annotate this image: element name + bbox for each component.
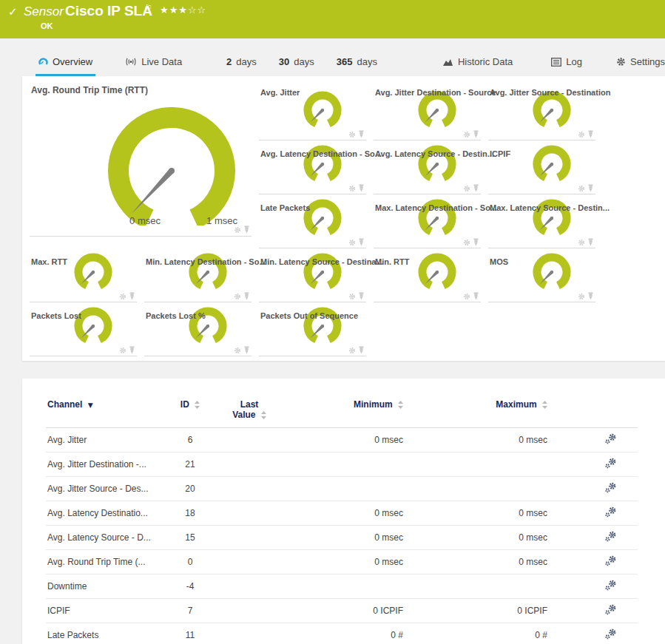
table-row[interactable]: Avg. Latency Source - D... 15 0 msec 0 m… bbox=[46, 526, 638, 550]
channel-last-value-cell bbox=[216, 599, 283, 623]
pin-icon[interactable] bbox=[358, 238, 365, 246]
gauge-settings-gear-icon[interactable] bbox=[578, 293, 585, 300]
pin-icon[interactable] bbox=[587, 130, 594, 138]
pin-icon[interactable] bbox=[129, 346, 135, 354]
gauge-settings-gear-icon[interactable] bbox=[463, 293, 470, 300]
tab-30-days[interactable]: 30 days bbox=[276, 50, 317, 76]
gauge-avg-latency-source-dest[interactable]: Avg. Latency Source - Destin... bbox=[374, 140, 481, 194]
gauge-avg-latency-dest-source[interactable]: Avg. Latency Destination - So... bbox=[259, 140, 366, 194]
pin-icon[interactable] bbox=[243, 226, 250, 234]
gauge-min-rtt[interactable]: Min. RTT bbox=[374, 248, 481, 302]
column-header-id[interactable]: ID bbox=[164, 389, 216, 428]
channel-name-cell: Avg. Jitter Destination -... bbox=[46, 453, 164, 477]
gauge-max-rtt[interactable]: Max. RTT bbox=[30, 248, 137, 302]
channel-gauge bbox=[414, 253, 460, 293]
gauge-controls bbox=[348, 238, 365, 246]
pin-icon[interactable] bbox=[473, 292, 479, 300]
table-row[interactable]: ICPIF 7 0 ICPIF 0 ICPIF bbox=[46, 599, 638, 623]
gauge-settings-gear-icon[interactable] bbox=[348, 239, 356, 246]
channel-edit-gears-icon[interactable] bbox=[605, 482, 617, 493]
table-row[interactable]: Avg. Jitter Source - Des... 20 bbox=[46, 477, 638, 501]
channel-table-panel: Channel ▼ ID Last Value bbox=[22, 379, 665, 644]
tab-historic-data[interactable]: Historic Data bbox=[439, 50, 516, 76]
gauge-min-latency-dest-source[interactable]: Min. Latency Destination - So... bbox=[144, 248, 252, 302]
channel-table: Channel ▼ ID Last Value bbox=[46, 389, 638, 644]
gauge-settings-gear-icon[interactable] bbox=[578, 131, 585, 138]
tab-overview[interactable]: Overview bbox=[36, 50, 95, 76]
pin-icon[interactable] bbox=[243, 346, 250, 354]
channel-edit-gears-icon[interactable] bbox=[605, 555, 617, 566]
gauge-packets-lost[interactable]: Packets Lost bbox=[30, 302, 137, 356]
gauge-settings-gear-icon[interactable] bbox=[348, 347, 356, 354]
gauge-settings-gear-icon[interactable] bbox=[234, 226, 241, 234]
channel-edit-gears-icon[interactable] bbox=[605, 628, 617, 640]
gauge-mos[interactable]: MOS bbox=[488, 248, 595, 302]
pin-icon[interactable] bbox=[358, 184, 365, 192]
gauge-settings-gear-icon[interactable] bbox=[578, 185, 585, 192]
pin-icon[interactable] bbox=[587, 238, 594, 246]
pin-icon[interactable] bbox=[358, 292, 365, 300]
gauge-label: Avg. Jitter Source - Destination bbox=[490, 88, 610, 97]
area-chart-icon bbox=[442, 58, 453, 67]
channel-edit-gears-icon[interactable] bbox=[605, 531, 617, 542]
tab-2-days[interactable]: 2 days bbox=[223, 50, 260, 76]
gauge-settings-gear-icon[interactable] bbox=[463, 239, 470, 246]
pin-icon[interactable] bbox=[473, 184, 479, 192]
column-header-maximum[interactable]: Maximum bbox=[405, 389, 549, 428]
column-header-minimum[interactable]: Minimum bbox=[283, 389, 405, 428]
gauge-settings-gear-icon[interactable] bbox=[234, 293, 241, 300]
gauge-packets-out-of-sequence[interactable]: Packets Out of Sequence bbox=[259, 302, 366, 356]
gauge-avg-jitter-source-dest[interactable]: Avg. Jitter Source - Destination bbox=[488, 76, 595, 140]
flag-icon[interactable]: ⚐ bbox=[145, 3, 152, 13]
gauge-settings-gear-icon[interactable] bbox=[119, 293, 126, 300]
tab-log[interactable]: Log bbox=[548, 50, 585, 76]
table-row[interactable]: Avg. Latency Destinatio... 18 0 msec 0 m… bbox=[46, 501, 638, 526]
gauge-packets-lost-pct[interactable]: Packets Lost % bbox=[144, 302, 252, 356]
pin-icon[interactable] bbox=[473, 238, 479, 246]
gauge-settings-gear-icon[interactable] bbox=[234, 347, 241, 354]
gauge-settings-gear-icon[interactable] bbox=[463, 131, 470, 138]
gauge-late-packets[interactable]: Late Packets bbox=[259, 194, 366, 248]
table-row[interactable]: Avg. Jitter 6 0 msec 0 msec bbox=[46, 428, 638, 453]
channel-edit-gears-icon[interactable] bbox=[605, 433, 617, 444]
gauge-settings-gear-icon[interactable] bbox=[348, 293, 356, 300]
priority-stars[interactable]: ★★★☆☆ bbox=[160, 4, 206, 16]
channel-edit-gears-icon[interactable] bbox=[605, 604, 617, 615]
gauge-settings-gear-icon[interactable] bbox=[578, 239, 585, 246]
tab-settings[interactable]: Settings bbox=[613, 50, 665, 76]
table-row[interactable]: Avg. Jitter Destination -... 21 bbox=[46, 453, 638, 477]
pin-icon[interactable] bbox=[587, 292, 594, 300]
pin-icon[interactable] bbox=[129, 292, 135, 300]
pin-icon[interactable] bbox=[358, 346, 365, 354]
channel-edit-gears-icon[interactable] bbox=[605, 458, 617, 469]
gauge-min-latency-source-dest[interactable]: Min. Latency Source - Destina... bbox=[259, 248, 366, 302]
column-header-channel[interactable]: Channel ▼ bbox=[46, 389, 164, 428]
pin-icon[interactable] bbox=[587, 184, 594, 192]
gauge-settings-gear-icon[interactable] bbox=[348, 185, 356, 192]
gauge-max-latency-dest-source[interactable]: Max. Latency Destination - So... bbox=[374, 194, 481, 248]
gauge-avg-jitter[interactable]: Avg. Jitter bbox=[259, 76, 366, 140]
gauge-icpif[interactable]: ICPIF bbox=[488, 140, 595, 194]
gauge-avg-round-trip-time[interactable]: Avg. Round Trip Time (RTT) 0 msec 1 msec bbox=[30, 76, 252, 237]
tab-365-days[interactable]: 365 days bbox=[334, 50, 380, 76]
gauge-settings-gear-icon[interactable] bbox=[348, 131, 356, 138]
channel-edit-gears-icon[interactable] bbox=[605, 506, 617, 518]
column-header-last-value[interactable]: Last Value bbox=[216, 389, 283, 428]
gauge-controls bbox=[348, 292, 365, 300]
table-row[interactable]: Avg. Round Trip Time (... 0 0 msec 0 mse… bbox=[46, 550, 638, 574]
column-label: Value bbox=[232, 410, 255, 420]
pin-icon[interactable] bbox=[358, 130, 365, 138]
gauge-settings-gear-icon[interactable] bbox=[463, 185, 470, 192]
gauge-settings-gear-icon[interactable] bbox=[119, 347, 126, 354]
gauge-max-latency-source-dest[interactable]: Max. Latency Source - Destin... bbox=[488, 194, 595, 248]
channel-edit-gears-icon[interactable] bbox=[605, 580, 617, 591]
gauge-avg-jitter-dest-source[interactable]: Avg. Jitter Destination - Source bbox=[374, 76, 481, 140]
column-label: ID bbox=[180, 399, 189, 410]
tab-live-data[interactable]: Live Data bbox=[122, 50, 185, 76]
pin-icon[interactable] bbox=[243, 292, 250, 300]
table-row[interactable]: Late Packets 11 0 # 0 # bbox=[46, 623, 638, 644]
pin-icon[interactable] bbox=[473, 130, 479, 138]
channel-id-cell: 6 bbox=[164, 428, 216, 453]
tab-bar: Overview Live Data 2 days 30 days 365 da… bbox=[0, 38, 665, 76]
table-row[interactable]: Downtime -4 bbox=[46, 574, 638, 599]
